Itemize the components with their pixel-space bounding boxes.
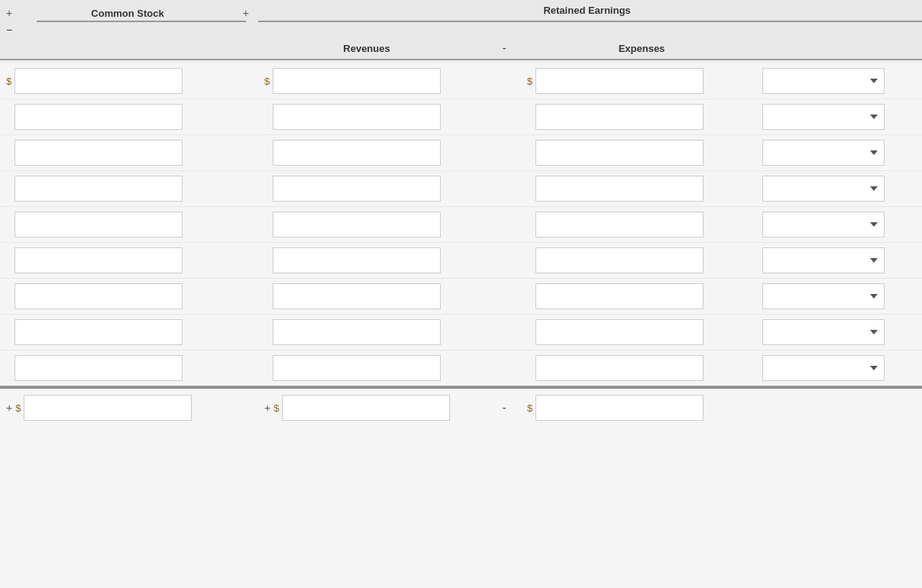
input-expenses-2[interactable] [535, 140, 704, 166]
input-common-stock-4[interactable] [15, 212, 183, 237]
cell-dropdown-7 [756, 319, 922, 345]
cell-common-stock-4: $ [0, 212, 252, 237]
minus-sign-common: − [0, 24, 252, 36]
table-row: $ $ $ [0, 99, 922, 135]
totals-dollar-rev: $ [273, 402, 279, 414]
cell-common-stock-6: $ [0, 283, 252, 309]
input-common-stock-1[interactable] [15, 104, 183, 130]
input-revenues-5[interactable] [273, 247, 441, 273]
cell-expenses-7: $ [527, 319, 756, 345]
input-common-stock-7[interactable] [15, 319, 183, 345]
plus-sign-left: + [6, 7, 12, 19]
cell-revenues-5: $ [252, 247, 481, 273]
dropdown-select-7[interactable] [762, 319, 885, 345]
input-expenses-5[interactable] [535, 247, 704, 273]
totals-expenses: $ [527, 395, 756, 421]
cell-common-stock-3: $ [0, 176, 252, 202]
input-revenues-7[interactable] [273, 319, 441, 345]
cell-revenues-1: $ [252, 104, 481, 130]
cell-common-stock-0: $ [0, 68, 252, 94]
totals-input-revenues[interactable] [282, 395, 450, 421]
input-revenues-3[interactable] [273, 176, 441, 202]
retained-earnings-column-header: Retained Earnings [252, 5, 922, 22]
table-row: $ $ $ [0, 135, 922, 171]
dropdown-select-8[interactable] [762, 355, 885, 381]
cell-expenses-2: $ [527, 140, 756, 166]
input-revenues-8[interactable] [273, 355, 441, 381]
input-expenses-8[interactable] [535, 355, 704, 381]
dollar-sign-expenses-0: $ [527, 76, 532, 87]
table-row: $ $ $ [0, 207, 922, 243]
totals-separator: - [481, 402, 527, 414]
header-top: + Common Stock + Retained Earnings [0, 0, 922, 22]
cell-common-stock-8: $ [0, 355, 252, 381]
input-revenues-4[interactable] [273, 212, 441, 237]
totals-plus-sign: + [6, 402, 12, 414]
common-stock-underline [37, 21, 246, 22]
main-container: + Common Stock + Retained Earnings − Rev… [0, 0, 922, 427]
input-expenses-4[interactable] [535, 212, 704, 237]
dropdown-select-6[interactable] [762, 283, 885, 309]
common-stock-label: Common Stock [15, 8, 240, 19]
input-revenues-1[interactable] [273, 104, 441, 130]
cell-dropdown-4 [756, 212, 922, 237]
input-common-stock-6[interactable] [15, 283, 183, 309]
table-row: $ $ $ [0, 171, 922, 207]
cell-revenues-2: $ [252, 140, 481, 166]
cell-common-stock-7: $ [0, 319, 252, 345]
dollar-sign-revenues-0: $ [264, 76, 270, 87]
cell-dropdown-2 [756, 140, 922, 166]
cell-expenses-3: $ [527, 176, 756, 202]
expenses-label: Expenses [527, 43, 756, 54]
dropdown-select-2[interactable] [762, 140, 885, 166]
cell-revenues-7: $ [252, 319, 481, 345]
minus-row: − [0, 22, 922, 37]
cell-common-stock-5: $ [0, 247, 252, 273]
cell-expenses-1: $ [527, 104, 756, 130]
cell-expenses-4: $ [527, 212, 756, 237]
totals-dollar-common: $ [15, 402, 21, 414]
input-expenses-0[interactable] [535, 68, 704, 94]
dropdown-select-5[interactable] [762, 247, 885, 273]
input-common-stock-2[interactable] [15, 140, 183, 166]
sub-header-separator: - [481, 42, 527, 54]
cell-revenues-8: $ [252, 355, 481, 381]
cell-common-stock-2: $ [0, 140, 252, 166]
minus-sign-retained [252, 24, 922, 36]
cell-expenses-5: $ [527, 247, 756, 273]
totals-plus-sign-rev: + [264, 402, 270, 414]
cell-revenues-3: $ [252, 176, 481, 202]
common-stock-column-header: + Common Stock + [0, 7, 252, 22]
cell-dropdown-1 [756, 104, 922, 130]
input-common-stock-3[interactable] [15, 176, 183, 202]
cell-expenses-6: $ [527, 283, 756, 309]
retained-earnings-underline [258, 21, 922, 22]
cell-revenues-0: $ [252, 68, 481, 94]
dropdown-select-1[interactable] [762, 104, 885, 130]
revenues-label: Revenues [252, 43, 481, 54]
totals-input-expenses[interactable] [535, 395, 704, 421]
input-common-stock-0[interactable] [15, 68, 183, 94]
input-expenses-3[interactable] [535, 176, 704, 202]
input-expenses-6[interactable] [535, 283, 704, 309]
input-common-stock-5[interactable] [15, 247, 183, 273]
dropdown-select-0[interactable] [762, 68, 885, 94]
input-expenses-7[interactable] [535, 319, 704, 345]
totals-common-stock: + $ [0, 395, 252, 421]
dropdown-select-3[interactable] [762, 176, 885, 202]
cell-dropdown-5 [756, 247, 922, 273]
cell-dropdown-8 [756, 355, 922, 381]
table-row: $ $ $ [0, 243, 922, 279]
input-revenues-2[interactable] [273, 140, 441, 166]
dropdown-select-4[interactable] [762, 212, 885, 237]
input-revenues-6[interactable] [273, 283, 441, 309]
plus-sign-right: + [243, 7, 249, 19]
input-common-stock-8[interactable] [15, 355, 183, 381]
input-revenues-0[interactable] [273, 68, 441, 94]
totals-input-common[interactable] [24, 395, 192, 421]
cell-common-stock-1: $ [0, 104, 252, 130]
input-expenses-1[interactable] [535, 104, 704, 130]
table-row: $ $ $ [0, 63, 922, 99]
table-row: $ $ $ [0, 351, 922, 387]
totals-revenues: + $ [252, 395, 481, 421]
